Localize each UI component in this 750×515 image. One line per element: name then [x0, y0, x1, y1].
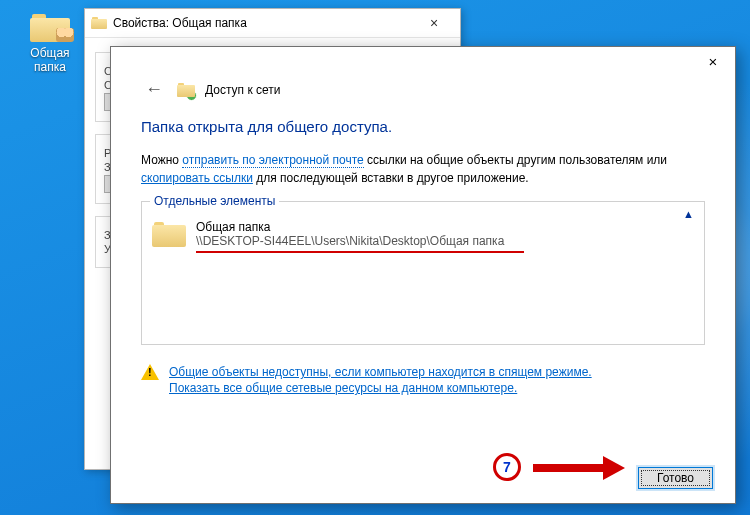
- individual-items-group: Отдельные элементы ▲ Общая папка \\DESKT…: [141, 201, 705, 345]
- shared-item[interactable]: Общая папка \\DESKTOP-SI44EEL\Users\Niki…: [152, 220, 694, 253]
- body-mid: ссылки на общие объекты другим пользоват…: [364, 153, 667, 167]
- folder-icon: [91, 15, 107, 31]
- collapse-icon[interactable]: ▲: [683, 208, 694, 220]
- copy-links-link[interactable]: скопировать ссылки: [141, 171, 253, 185]
- sleep-warning-link[interactable]: Общие объекты недоступны, если компьютер…: [169, 365, 592, 379]
- annotation-underline: [196, 251, 524, 253]
- done-button[interactable]: Готово: [638, 467, 713, 489]
- properties-titlebar[interactable]: Свойства: Общая папка ×: [85, 9, 460, 38]
- body-suffix: для последующей вставки в другое приложе…: [253, 171, 529, 185]
- group-legend: Отдельные элементы: [150, 194, 279, 208]
- back-arrow-icon[interactable]: ←: [141, 79, 167, 100]
- email-link[interactable]: отправить по электронной почте: [182, 153, 363, 168]
- close-icon[interactable]: ×: [414, 15, 454, 31]
- folder-icon: [152, 220, 186, 248]
- item-name: Общая папка: [196, 220, 524, 234]
- show-all-shares-link[interactable]: Показать все общие сетевые ресурсы на да…: [169, 381, 592, 395]
- warning-icon: [141, 364, 159, 380]
- desktop-icon-label: Общая папка: [20, 46, 80, 74]
- folder-icon: [30, 10, 70, 42]
- dialog-header: ← Доступ к сети: [141, 79, 705, 100]
- item-path: \\DESKTOP-SI44EEL\Users\Nikita\Desktop\О…: [196, 234, 524, 248]
- dialog-title: Доступ к сети: [205, 83, 280, 97]
- desktop-folder-shortcut[interactable]: Общая папка: [20, 10, 80, 74]
- body-text: Можно отправить по электронной почте ссы…: [141, 151, 705, 187]
- dialog-footer: Готово: [638, 467, 713, 489]
- desktop-background: Общая папка Свойства: Общая папка × СС Р…: [0, 0, 750, 515]
- warning-row: Общие объекты недоступны, если компьютер…: [141, 363, 705, 397]
- network-access-dialog: × ← Доступ к сети Папка открыта для обще…: [110, 46, 736, 504]
- annotation-arrow: [533, 464, 603, 472]
- properties-title: Свойства: Общая папка: [113, 16, 414, 30]
- body-prefix: Можно: [141, 153, 182, 167]
- headline-text: Папка открыта для общего доступа.: [141, 118, 705, 135]
- annotation-step-badge: 7: [493, 453, 521, 481]
- dialog-titlebar: ×: [111, 47, 735, 77]
- shared-folder-icon: [177, 81, 195, 99]
- close-button[interactable]: ×: [691, 47, 735, 77]
